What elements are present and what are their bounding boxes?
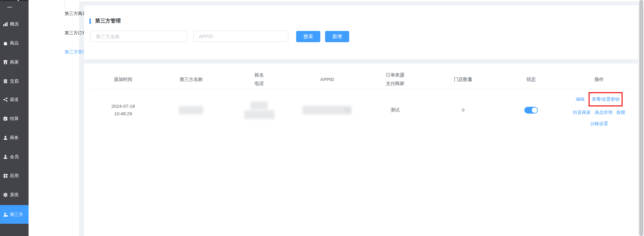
column-header-name-phone: 姓名电话 xyxy=(225,70,293,89)
sidebar-item-label: 商家 xyxy=(10,59,19,65)
system-gear-icon xyxy=(3,192,8,197)
cell-appid: 904 xyxy=(293,89,361,131)
sidebar-item-apps[interactable]: 应用 xyxy=(0,171,29,181)
action-line-3: 分账设置 xyxy=(590,118,608,129)
sidebar-item-merchant[interactable]: 商家 xyxy=(0,57,29,67)
table-row: 2024-07-19 10:49:29 904 测试 0 xyxy=(89,89,633,131)
split-settings-link[interactable]: 分账设置 xyxy=(590,120,608,128)
sub-sidebar: 第三方商家 第三方订单 第三方管理 xyxy=(29,0,79,236)
redacted-appid: 904 xyxy=(303,106,352,115)
redacted-thirdparty-name xyxy=(179,106,203,114)
column-header-label: 姓名 xyxy=(255,71,264,79)
column-header-appid: APPID xyxy=(293,70,361,89)
appid-visible-tail: 904 xyxy=(344,106,352,114)
thirdparty-person-icon xyxy=(3,212,8,217)
sidebar-item-label: 渠道 xyxy=(10,97,19,103)
page-title: 第三方管理 xyxy=(95,18,121,24)
vertical-scrollbar-thumb[interactable] xyxy=(639,0,643,236)
search-button[interactable]: 搜索 xyxy=(296,31,320,42)
submenu-item-label: 第三方管理 xyxy=(65,49,87,54)
column-header-label: APPID xyxy=(320,75,334,84)
column-header-thirdparty-name: 第三方名称 xyxy=(157,70,225,89)
overview-chart-icon xyxy=(3,22,8,27)
cell-status xyxy=(497,89,565,131)
sidebar-item-channel[interactable]: 渠道 xyxy=(0,95,29,104)
sidebar-item-label: 交易 xyxy=(10,78,19,84)
highlight-red-box: 查看/设置密钥 xyxy=(589,92,623,106)
douyin-merchant-link[interactable]: 抖音商家 xyxy=(573,109,591,116)
table-header-row: 添加时间 第三方名称 姓名电话 APPID 订单来源支付商家 门店数量 状态 操… xyxy=(89,70,633,89)
panel-title-accent-bar xyxy=(89,18,91,24)
store-count-value: 0 xyxy=(462,106,464,114)
sidebar-item-overview[interactable]: 概况 xyxy=(0,19,29,29)
search-panel: 第三方管理 搜索 新增 xyxy=(84,5,638,59)
sidebar-item-goods[interactable]: 商品 xyxy=(0,38,29,48)
sidebar-item-thirdparty[interactable]: 第三方 xyxy=(0,205,29,224)
sidebar-item-member[interactable]: 会员 xyxy=(0,152,29,162)
column-header-label: 支付商家 xyxy=(386,79,404,88)
submenu-item-label: 第三方订单 xyxy=(65,30,87,35)
sidebar-item-label: 第三方 xyxy=(10,212,23,218)
cell-add-time: 2024-07-19 10:49:29 xyxy=(89,89,157,131)
top-white-sliver xyxy=(79,0,639,1)
redacted-contact-name xyxy=(251,101,268,109)
cell-actions: 编辑 查看/设置密钥 抖音商家 商品管理 权限 分账设置 xyxy=(565,89,633,131)
goods-management-link[interactable]: 商品管理 xyxy=(595,109,612,116)
column-header-order-source: 订单来源支付商家 xyxy=(361,70,429,89)
settlement-check-icon xyxy=(3,116,8,121)
cell-thirdparty-name xyxy=(157,89,225,131)
trade-document-icon xyxy=(3,79,8,84)
business-person-icon xyxy=(3,135,8,140)
thirdparty-name-input[interactable] xyxy=(90,31,187,42)
redacted-contact-phone xyxy=(244,110,274,119)
submenu-item-label: 第三方商家 xyxy=(65,11,87,16)
sidebar-item-label: 应用 xyxy=(10,173,19,179)
channel-share-icon xyxy=(3,97,8,102)
submenu-item-thirdparty-orders[interactable]: 第三方订单 xyxy=(65,29,87,37)
column-header-label: 门店数量 xyxy=(454,75,472,84)
submenu-top-divider xyxy=(65,0,65,8)
sidebar-item-settlement[interactable]: 结算 xyxy=(0,114,29,123)
sidebar-item-label: 商品 xyxy=(10,40,19,46)
edit-link[interactable]: 编辑 xyxy=(576,96,584,103)
order-source-value: 测试 xyxy=(391,106,400,114)
table-panel: 添加时间 第三方名称 姓名电话 APPID 订单来源支付商家 门店数量 状态 操… xyxy=(84,64,638,236)
permissions-link[interactable]: 权限 xyxy=(616,109,625,116)
cell-store-count: 0 xyxy=(429,89,497,131)
row-date: 2024-07-19 xyxy=(111,103,135,110)
column-header-status: 状态 xyxy=(497,70,565,89)
goods-bag-icon xyxy=(3,41,8,46)
sidebar-item-business[interactable]: 商务 xyxy=(0,133,29,142)
column-header-label: 操作 xyxy=(595,75,604,84)
app-screen: 概况 商品 商家 交易 渠道 结算 商务 会员 xyxy=(0,0,644,236)
sidebar-item-label: 结算 xyxy=(10,116,19,122)
sidebar-item-label: 商务 xyxy=(10,135,19,141)
toggle-knob xyxy=(532,107,537,113)
column-header-label: 状态 xyxy=(527,75,536,84)
action-line-1: 编辑 查看/设置密钥 xyxy=(576,91,623,107)
top-edge-tick xyxy=(18,0,19,1)
sidebar-item-trade[interactable]: 交易 xyxy=(0,77,29,86)
collapsed-logo-dash xyxy=(7,7,12,8)
appid-input[interactable] xyxy=(193,31,288,42)
member-person-icon xyxy=(3,154,8,159)
column-header-add-time: 添加时间 xyxy=(89,70,157,89)
column-header-store-count: 门店数量 xyxy=(429,70,497,89)
main-sidebar: 概况 商品 商家 交易 渠道 结算 商务 会员 xyxy=(0,0,29,236)
column-header-label: 电话 xyxy=(255,79,264,88)
merchant-store-icon xyxy=(3,60,8,65)
submenu-item-thirdparty-management[interactable]: 第三方管理 xyxy=(65,48,87,56)
column-header-label: 订单来源 xyxy=(386,71,404,79)
status-toggle[interactable] xyxy=(524,107,538,114)
apps-grid-icon xyxy=(3,173,8,178)
column-header-actions: 操作 xyxy=(565,70,633,89)
sidebar-item-label: 概况 xyxy=(10,21,19,27)
column-header-label: 添加时间 xyxy=(114,75,132,84)
view-set-secret-link[interactable]: 查看/设置密钥 xyxy=(592,96,620,103)
add-button[interactable]: 新增 xyxy=(325,31,349,42)
action-line-2: 抖音商家 商品管理 权限 xyxy=(573,107,625,118)
sidebar-item-system[interactable]: 系统 xyxy=(0,190,29,200)
sidebar-item-label: 系统 xyxy=(10,192,19,198)
cell-order-source: 测试 xyxy=(361,89,429,131)
submenu-item-thirdparty-merchants[interactable]: 第三方商家 xyxy=(65,9,87,18)
